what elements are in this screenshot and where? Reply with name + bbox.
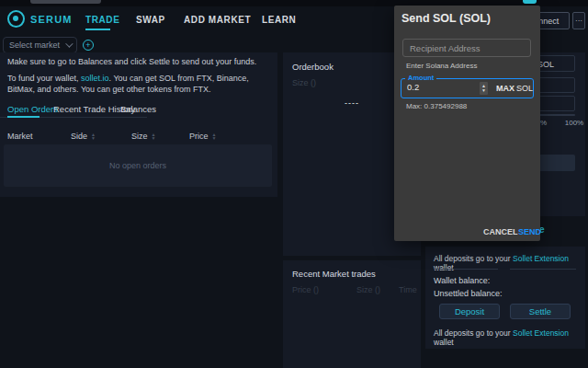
tab-active-underline (7, 116, 40, 118)
amount-stepper[interactable]: ▲▼ (480, 82, 488, 95)
col-label-size: Size (131, 132, 148, 141)
fund-notice-prefix: To fund your wallet, (7, 74, 81, 83)
currency-label: SOL (516, 84, 533, 93)
deposits-note-suffix: wallet (434, 338, 454, 347)
sort-icon: ▲▼ (212, 132, 217, 140)
market-select[interactable]: Select market (3, 37, 77, 53)
cancel-button[interactable]: CANCEL (483, 227, 518, 236)
trades-col-size: Size () (356, 285, 380, 294)
col-label-market: Market (7, 132, 33, 141)
send-button[interactable]: SEND (518, 227, 541, 236)
settle-button[interactable]: Settle (510, 304, 571, 319)
trades-col-time: Time (399, 285, 417, 294)
sort-icon: ▲▼ (91, 132, 96, 140)
amount-field-label: Amount (405, 74, 436, 82)
sort-icon: ▲▼ (152, 132, 156, 140)
wallet-more-button[interactable]: ··· (572, 12, 585, 29)
tab-open-orders[interactable]: Open Orders (7, 104, 58, 114)
col-header-side[interactable]: Side ▲▼ (71, 132, 96, 141)
sollet-link[interactable]: sollet.io (81, 74, 109, 83)
sollet-extension-link[interactable]: Sollet Extension (513, 254, 569, 263)
trades-col-price: Price () (292, 285, 319, 294)
brand-title: SERUM (30, 14, 73, 25)
balance-divider-left (434, 269, 498, 270)
unsettled-balance-label: Unsettled balance: (434, 289, 503, 298)
nav-item-swap[interactable]: SWAP (136, 15, 165, 25)
nav-active-underline (85, 29, 110, 30)
modal-title: Send SOL (SOL) (401, 12, 491, 25)
serum-logo-icon[interactable] (7, 10, 25, 28)
sollet-extension-link[interactable]: Sollet Extension (513, 328, 569, 338)
deposits-note-prefix: All deposits go to your (434, 328, 513, 338)
slider-mark-100[interactable]: 100% (560, 119, 588, 127)
deposit-button[interactable]: Deposit (439, 304, 500, 319)
col-header-price[interactable]: Price ▲▼ (189, 132, 216, 141)
browser-tab-fragment (30, 0, 101, 4)
recent-trades-title: Recent Market trades (292, 269, 376, 279)
deposits-note-suffix: wallet (434, 263, 454, 272)
nav-item-trade[interactable]: TRADE (85, 15, 119, 25)
col-label-price: Price (189, 132, 209, 141)
amount-input[interactable] (407, 82, 481, 92)
chevron-down-icon (65, 40, 73, 47)
add-market-icon[interactable]: + (83, 40, 94, 51)
orders-empty-state: No open orders (4, 144, 272, 187)
nav-item-add-market[interactable]: ADD MARKET (184, 15, 251, 25)
recipient-help-text: Enter Solana Address (406, 62, 477, 70)
orders-empty-message: No open orders (109, 161, 166, 170)
fund-notice: To fund your wallet, sollet.io. You can … (7, 73, 276, 95)
recipient-address-input[interactable] (402, 39, 531, 57)
send-sol-modal: Send SOL (SOL) Enter Solana Address ▲▼ M… (394, 6, 540, 241)
orderbook-title: Orderbook (292, 62, 334, 72)
balance-divider-right (510, 269, 576, 270)
nav-item-learn[interactable]: LEARN (262, 15, 296, 25)
deposits-note-bottom: All deposits go to your Sollet Extension… (434, 328, 581, 347)
max-help-text: Max: 0.375492988 (406, 102, 467, 110)
notification-fragment (523, 0, 537, 4)
col-header-market: Market (7, 132, 33, 141)
serum-app: SERUM TRADE SWAP ADD MARKET LEARN Select… (0, 0, 588, 368)
col-header-size[interactable]: Size ▲▼ (131, 132, 155, 141)
max-button[interactable]: MAX (496, 84, 514, 93)
stepper-down-icon[interactable]: ▼ (481, 88, 486, 93)
deposits-note-prefix: All deposits go to your (434, 254, 513, 263)
tab-balances[interactable]: Balances (120, 104, 156, 114)
col-label-side: Side (71, 132, 87, 141)
orderbook-size-label: Size () (292, 78, 316, 87)
settle-notice: Make sure to go to Balances and click Se… (7, 57, 276, 66)
wallet-balance-label: Wallet balance: (434, 276, 490, 285)
market-select-value: Select market (9, 40, 60, 50)
deposits-note-top: All deposits go to your Sollet Extension… (434, 254, 581, 272)
